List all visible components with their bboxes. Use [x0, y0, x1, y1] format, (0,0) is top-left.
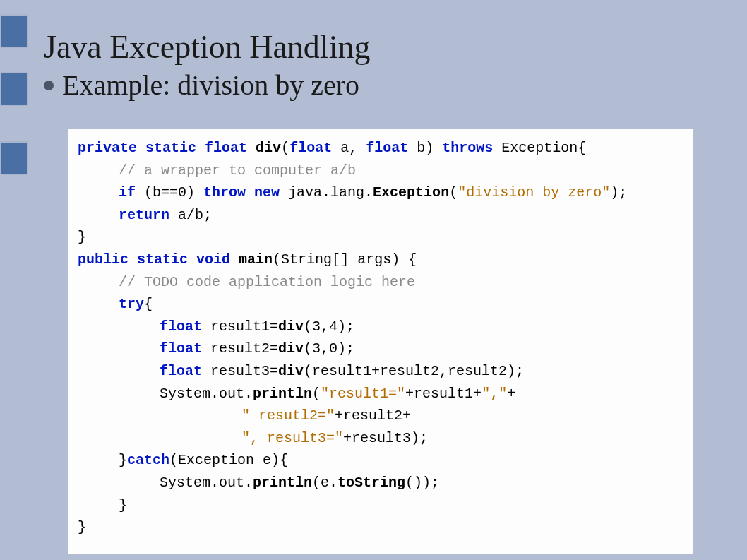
code-line: float result2=div(3,0);	[78, 338, 683, 360]
code-line: // a wrapper to computer a/b	[78, 160, 683, 182]
code-line: // TODO code application logic here	[78, 271, 683, 294]
fn-div: div	[278, 363, 304, 379]
fn-div: div	[278, 318, 304, 335]
kw-throws: throws	[442, 140, 493, 156]
header: Java Exception Handling Example: divisio…	[44, 28, 700, 102]
code-line: System.out.println(e.toString());	[78, 472, 683, 494]
txt: a,	[332, 140, 366, 156]
bullet-icon	[44, 81, 54, 90]
kw-private: private	[78, 140, 137, 156]
slide-title: Java Exception Handling	[44, 28, 700, 66]
fn-println: println	[253, 386, 312, 402]
code-line: " resutl2="+result2+	[78, 405, 683, 427]
txt: }	[119, 452, 127, 468]
txt: +result1+	[405, 386, 482, 402]
txt: (b==0)	[136, 184, 203, 201]
txt: System.out.	[160, 475, 253, 491]
txt: (	[449, 184, 458, 201]
txt: (Exception e){	[169, 452, 288, 468]
comment: // a wrapper to computer a/b	[119, 162, 356, 179]
kw-return: return	[119, 207, 169, 223]
txt: b)	[408, 140, 442, 156]
decor-box-3	[0, 141, 28, 175]
decor-box-1	[0, 14, 28, 48]
code-line: }	[78, 494, 683, 517]
txt: (String[] args) {	[273, 251, 417, 268]
txt: (3,0);	[304, 340, 354, 357]
code-line: public static void main(String[] args) {	[78, 249, 683, 271]
string: ","	[482, 386, 507, 402]
fn-div: div	[256, 140, 281, 156]
txt: (3,4);	[304, 318, 354, 335]
kw-float: float	[289, 140, 332, 156]
txt: a/b;	[169, 207, 212, 223]
txt: (result1+result2,result2);	[304, 363, 524, 379]
decor-box-2	[0, 72, 28, 106]
kw-void: void	[196, 251, 230, 268]
code-line: }	[78, 516, 683, 539]
txt: (	[281, 140, 289, 156]
txt: Exception{	[493, 140, 586, 156]
txt: (	[312, 386, 321, 402]
kw-static: static	[137, 251, 188, 268]
code-line: try{	[78, 293, 683, 316]
code-line: float result3=div(result1+result2,result…	[78, 360, 683, 383]
fn-main: main	[239, 251, 273, 268]
kw-public: public	[78, 251, 129, 268]
txt: ());	[405, 475, 439, 491]
kw-if: if	[119, 184, 136, 201]
txt: }	[78, 519, 86, 535]
kw-throw: throw	[203, 184, 246, 201]
txt: result2=	[202, 340, 278, 357]
txt: java.lang.	[280, 184, 373, 201]
subtitle-row: Example: division by zero	[44, 68, 700, 102]
code-line: }	[78, 226, 683, 249]
txt: result1=	[202, 318, 278, 335]
code-line: return a/b;	[78, 204, 683, 227]
string: ", result3="	[241, 430, 343, 446]
string: " resutl2="	[241, 407, 335, 424]
fn-tostring: toString	[337, 475, 405, 491]
txt: +result2+	[335, 407, 411, 424]
slide: Java Exception Handling Example: divisio…	[0, 0, 747, 560]
kw-float: float	[366, 140, 408, 156]
txt: result3=	[202, 363, 278, 379]
kw-new: new	[254, 184, 280, 201]
kw-catch: catch	[127, 452, 169, 468]
txt: +result3);	[343, 430, 428, 446]
code-line: ", result3="+result3);	[78, 427, 683, 450]
kw-float: float	[160, 363, 202, 379]
txt: {	[144, 296, 153, 312]
kw-float: float	[205, 140, 247, 156]
fn-div: div	[278, 340, 304, 357]
fn-println: println	[253, 475, 312, 491]
txt: }	[119, 497, 127, 513]
slide-subtitle: Example: division by zero	[62, 68, 359, 102]
string: "result1="	[321, 386, 405, 402]
kw-try: try	[119, 296, 144, 312]
code-panel: private static float div(float a, float …	[68, 129, 693, 554]
kw-float: float	[160, 340, 202, 357]
code-line: System.out.println("result1="+result1+",…	[78, 383, 683, 405]
comment: // TODO code application logic here	[119, 274, 415, 290]
txt: );	[610, 184, 627, 201]
code-line: private static float div(float a, float …	[78, 137, 683, 160]
code-line: float result1=div(3,4);	[78, 316, 683, 338]
code-line: }catch(Exception e){	[78, 449, 683, 472]
code-line: if (b==0) throw new java.lang.Exception(…	[78, 181, 683, 204]
txt: System.out.	[160, 386, 253, 402]
fn-exception: Exception	[373, 184, 449, 201]
txt: }	[78, 229, 86, 245]
txt: (e.	[312, 475, 337, 491]
txt: +	[507, 386, 515, 402]
kw-float: float	[160, 318, 202, 335]
string: "division by zero"	[458, 184, 610, 201]
kw-static: static	[145, 140, 196, 156]
